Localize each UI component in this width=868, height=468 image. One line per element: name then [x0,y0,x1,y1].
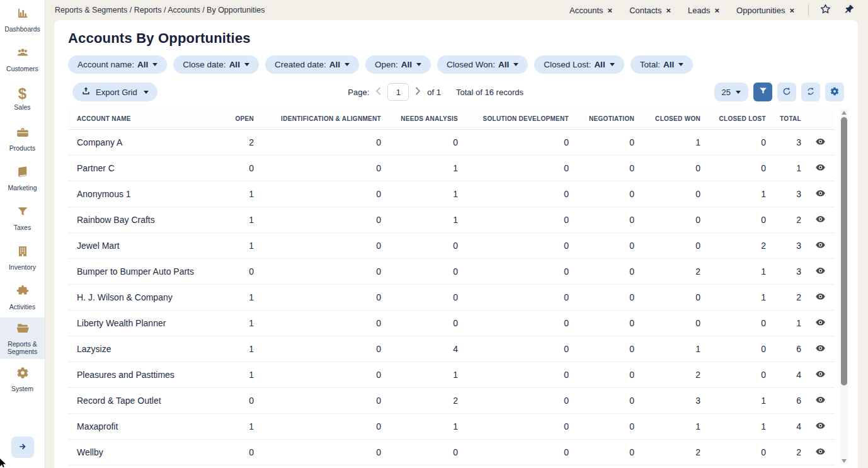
close-icon[interactable]: × [608,6,613,14]
table-row[interactable]: Company A 2 0 0 0 0 1 0 3 [68,129,835,155]
view-row-button[interactable] [806,207,835,232]
export-grid-button[interactable]: Export Grid [72,83,157,101]
table-row[interactable]: Pleasures and Pasttimes 1 0 1 0 0 2 0 4 [68,362,835,387]
sidebar-item-taxes[interactable]: Taxes [0,198,45,238]
solution-development-cell: 0 [463,336,574,362]
pagination: Page: of 1 Total of 16 records [348,83,523,101]
view-row-button[interactable] [806,336,835,362]
table-row[interactable]: Wellby 0 0 0 0 0 2 0 2 [68,439,835,465]
scroll-down-arrow-icon[interactable] [842,459,847,463]
table-row[interactable]: Lazysize 1 0 4 0 0 1 0 6 [68,336,835,362]
filter-open[interactable]: Open: All [365,55,431,74]
pinned-tab-contacts[interactable]: Contacts × [629,6,671,15]
needs-analysis-cell: 4 [386,336,463,362]
filter-account-name[interactable]: Account name: All [68,55,167,74]
breadcrumb[interactable]: Reports & Segments / Reports / Accounts … [55,6,265,14]
chevron-down-icon [152,63,157,66]
mouse-cursor [0,459,7,468]
total-cell: 4 [771,362,806,387]
solution-development-cell: 0 [463,413,574,439]
closed-lost-cell: 0 [705,207,771,232]
column-header-account-name[interactable]: ACCOUNT NAME [68,109,213,129]
pin-icon[interactable] [845,4,854,16]
view-row-button[interactable] [806,310,835,336]
filter-created-date[interactable]: Created date: All [265,55,359,74]
sidebar-item-dashboards[interactable]: Dashboards [0,0,45,40]
view-row-button[interactable] [806,362,835,387]
sidebar-item-activities[interactable]: Activities [0,278,45,317]
open-cell: 1 [213,413,259,439]
favorite-star-icon[interactable] [820,4,831,16]
reset-grid-button[interactable] [801,83,820,101]
table-row[interactable]: Anonymous 1 1 0 1 0 0 0 1 3 [68,181,835,207]
view-row-button[interactable] [806,129,835,155]
page-number-input[interactable] [387,83,409,101]
filter-closed-won[interactable]: Closed Won: All [437,55,528,74]
column-header-identification-alignment[interactable]: IDENTIFICATION & ALIGNMENT [259,109,386,129]
view-row-button[interactable] [806,258,835,284]
filter-total[interactable]: Total: All [631,55,694,74]
view-row-button[interactable] [806,284,835,310]
sidebar-item-reports-segments[interactable]: Reports & Segments [0,317,45,359]
sidebar-item-inventory[interactable]: Inventory [0,238,45,278]
sidebar-item-customers[interactable]: Customers [0,40,45,79]
close-icon[interactable]: × [666,6,671,14]
view-row-button[interactable] [806,155,835,181]
sidebar-expand-button[interactable] [11,437,34,458]
closed-won-cell: 1 [639,129,705,155]
dollar-icon: $ [18,87,26,101]
table-row[interactable]: Partner C 0 0 1 0 0 0 0 1 [68,155,835,181]
vertical-scrollbar[interactable] [840,109,848,465]
table-row[interactable]: H. J. Wilson & Company 1 0 0 0 0 0 1 2 [68,284,835,310]
view-row-button[interactable] [806,413,835,439]
open-cell: 1 [213,284,259,310]
grid-settings-button[interactable] [825,83,844,101]
column-header-needs-analysis[interactable]: NEEDS ANALYSIS [386,109,463,129]
filter-closed-lost[interactable]: Closed Lost: All [534,55,624,74]
scrollbar-thumb[interactable] [841,117,847,385]
filter-close-date[interactable]: Close date: All [173,55,259,74]
close-icon[interactable]: × [789,6,794,14]
eye-icon [816,189,825,199]
book-icon [16,165,30,181]
closed-lost-cell: 1 [705,387,771,413]
view-row-button[interactable] [806,181,835,207]
sidebar-item-sales[interactable]: $ Sales [0,79,45,119]
filter-label: Open: [375,60,398,69]
column-header-total[interactable]: TOTAL [771,109,806,129]
table-row[interactable]: Record & Tape Outlet 0 0 2 0 0 3 1 6 [68,387,835,413]
table-row[interactable]: Bumper to Bumper Auto Parts 0 0 0 0 0 2 … [68,258,835,284]
sidebar-item-products[interactable]: Products [0,119,45,159]
column-header-closed-lost[interactable]: CLOSED LOST [705,109,771,129]
table-row[interactable]: Jewel Mart 1 0 0 0 0 0 2 3 [68,232,835,258]
page-title: Accounts By Opportunities [68,29,844,48]
total-cell: 1 [771,310,806,336]
toggle-filters-button[interactable] [753,83,772,101]
pinned-tab-leads[interactable]: Leads × [688,6,719,15]
sidebar-item-marketing[interactable]: Marketing [0,159,45,198]
pinned-tab-label: Accounts [569,6,603,15]
sidebar-item-label: System [11,385,33,392]
table-row[interactable]: Liberty Wealth Planner 1 0 0 0 0 0 0 1 [68,310,835,336]
sidebar-item-system[interactable]: System [0,359,45,399]
view-row-button[interactable] [806,387,835,413]
closed-won-cell: 2 [639,258,705,284]
column-header-closed-won[interactable]: CLOSED WON [639,109,705,129]
funnel-icon [16,205,30,221]
scroll-up-arrow-icon[interactable] [842,111,847,115]
column-header-open[interactable]: OPEN [213,109,259,129]
refresh-button[interactable] [777,83,796,101]
prev-page-button[interactable] [375,87,381,97]
next-page-button[interactable] [415,87,421,97]
page-size-dropdown[interactable]: 25 [714,83,748,101]
pinned-tab-accounts[interactable]: Accounts × [569,6,612,15]
pinned-tab-opportunities[interactable]: Opportunities × [736,6,794,15]
close-icon[interactable]: × [714,6,719,14]
view-row-button[interactable] [806,439,835,465]
column-header-negotiation[interactable]: NEGOTIATION [574,109,639,129]
table-row[interactable]: Maxaprofit 1 0 1 0 0 1 1 4 [68,413,835,439]
table-row[interactable]: Rainbow Bay Crafts 1 0 1 0 0 0 0 2 [68,207,835,232]
view-row-button[interactable] [806,232,835,258]
column-header-solution-development[interactable]: SOLUTION DEVELOPMENT [463,109,574,129]
account-name-cell: Record & Tape Outlet [68,387,213,413]
